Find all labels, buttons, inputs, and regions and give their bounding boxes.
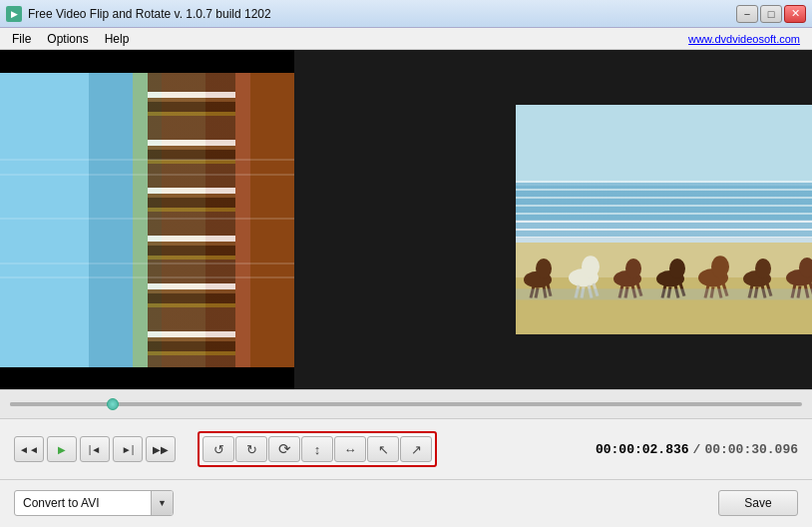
menu-file[interactable]: File (4, 30, 39, 48)
timecode-total: 00:00:30.096 (704, 442, 798, 457)
play-button[interactable]: ▶ (47, 436, 77, 462)
controls-area: ◄◄ ▶ |◄ ►| ▶▶ ↺ ↻ ⟳ ↕ ↔ ↖ (0, 419, 812, 479)
title-bar: ▶ Free Video Flip and Rotate v. 1.0.7 bu… (0, 0, 812, 28)
prev-frame-icon: |◄ (89, 444, 102, 455)
svg-point-25 (711, 256, 729, 277)
dropdown-arrow-icon[interactable]: ▼ (151, 491, 173, 515)
rotate-left-45-button[interactable]: ↖ (367, 436, 399, 462)
bottom-bar: Convert to AVI ▼ Save (0, 479, 812, 525)
wave-lines (516, 181, 813, 239)
menu-options[interactable]: Options (39, 30, 96, 48)
beach-scene (516, 105, 813, 334)
rotate-180-icon: ⟳ (278, 440, 291, 458)
format-dropdown-value: Convert to AVI (15, 496, 151, 510)
app-title: Free Video Flip and Rotate v. 1.0.7 buil… (28, 7, 736, 21)
video-area (0, 50, 812, 389)
svg-point-19 (669, 259, 685, 278)
horses-row (516, 236, 813, 299)
close-button[interactable]: ✕ (784, 5, 806, 23)
next-frame-button[interactable]: ►| (113, 436, 143, 462)
rotate-ccw-button[interactable]: ↺ (203, 436, 234, 462)
next-frame-icon: ►| (122, 444, 135, 455)
svg-point-13 (625, 259, 641, 278)
rotate-180-button[interactable]: ⟳ (268, 436, 300, 462)
svg-point-31 (755, 259, 771, 278)
rotate-cw-icon: ↻ (246, 442, 257, 457)
slider-fill (10, 402, 113, 406)
video-preview (516, 105, 813, 334)
flip-horizontal-icon: ↔ (344, 442, 357, 457)
menu-help[interactable]: Help (97, 30, 138, 48)
window-controls: − □ ✕ (736, 5, 806, 23)
slider-area (0, 389, 812, 419)
save-label: Save (744, 496, 771, 510)
rotate-right-45-button[interactable]: ↗ (400, 436, 432, 462)
menu-bar: File Options Help www.dvdvideosoft.com (0, 28, 812, 50)
slider-thumb[interactable] (107, 398, 119, 410)
format-dropdown[interactable]: Convert to AVI ▼ (14, 490, 174, 516)
timecode-current: 00:00:02.836 (596, 442, 689, 457)
rewind-button[interactable]: ◄◄ (14, 436, 44, 462)
timeline-slider[interactable] (10, 402, 802, 406)
flip-horizontal-button[interactable]: ↔ (334, 436, 366, 462)
video-left-display (0, 50, 294, 389)
rotate-ccw-icon: ↺ (213, 442, 224, 457)
rotate-right-45-icon: ↗ (411, 442, 422, 457)
video-left-panel (0, 50, 294, 389)
play-icon: ▶ (58, 444, 66, 455)
transform-controls: ↺ ↻ ⟳ ↕ ↔ ↖ ↗ (198, 431, 437, 467)
timecode-separator: / (693, 442, 701, 457)
save-button[interactable]: Save (718, 490, 798, 516)
forward-button[interactable]: ▶▶ (146, 436, 176, 462)
app-icon: ▶ (6, 6, 22, 22)
rewind-icon: ◄◄ (19, 444, 39, 455)
video-right-panel (294, 50, 812, 389)
horses-svg (516, 236, 813, 299)
svg-rect-48 (516, 288, 813, 299)
minimize-button[interactable]: − (736, 5, 758, 23)
flip-vertical-icon: ↕ (314, 442, 321, 457)
svg-point-7 (582, 256, 600, 277)
video-rotated (0, 73, 294, 367)
rotate-left-45-icon: ↖ (378, 442, 389, 457)
timecode-display: 00:00:02.836 / 00:00:30.096 (596, 442, 798, 457)
maximize-button[interactable]: □ (760, 5, 782, 23)
playback-controls: ◄◄ ▶ |◄ ►| ▶▶ (14, 436, 176, 462)
flip-vertical-button[interactable]: ↕ (301, 436, 333, 462)
video-panels (0, 50, 812, 389)
svg-point-1 (536, 259, 552, 278)
forward-icon: ▶▶ (153, 444, 169, 455)
prev-frame-button[interactable]: |◄ (80, 436, 110, 462)
website-link[interactable]: www.dvdvideosoft.com (688, 33, 808, 45)
rotate-cw-button[interactable]: ↻ (235, 436, 267, 462)
